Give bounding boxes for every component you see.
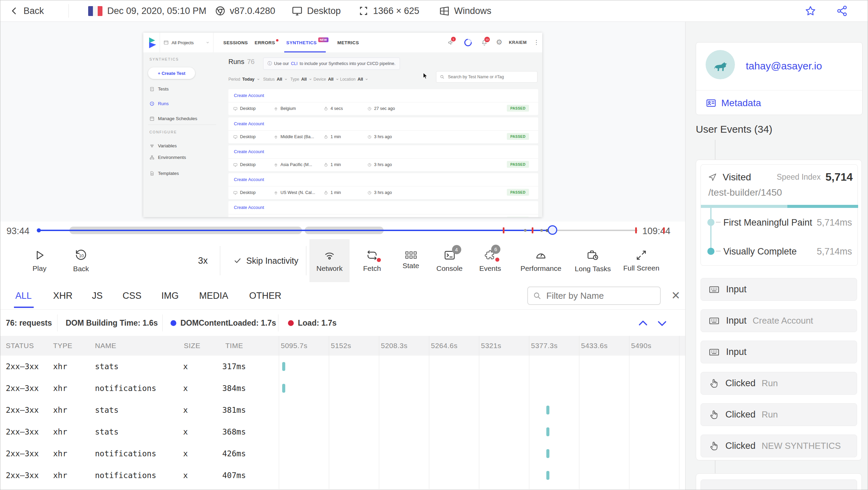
new-badge: NEW bbox=[318, 37, 329, 42]
player-timeline: 93:44 109:44 bbox=[0, 222, 685, 239]
fullscreen-icon bbox=[636, 249, 647, 261]
filter-period: PeriodToday bbox=[228, 74, 260, 84]
favorite-button[interactable] bbox=[804, 0, 817, 21]
org-chart-icon bbox=[149, 155, 155, 160]
gauge-icon bbox=[535, 249, 547, 261]
replay-search-box bbox=[436, 71, 537, 83]
console-icon: 4 bbox=[444, 249, 456, 261]
timeline-track[interactable] bbox=[38, 222, 638, 239]
jump-up-chevron[interactable] bbox=[637, 317, 649, 329]
jump-down-chevron[interactable] bbox=[656, 317, 668, 329]
play-button[interactable]: Play bbox=[24, 239, 55, 282]
event-item-partial[interactable] bbox=[701, 479, 857, 490]
clipboard-icon bbox=[149, 86, 155, 92]
full-screen-button[interactable]: Full Screen bbox=[617, 239, 665, 282]
variables-icon bbox=[149, 143, 155, 148]
windows-icon bbox=[439, 5, 450, 17]
spinner-icon bbox=[463, 37, 473, 48]
event-input[interactable]: Input bbox=[701, 278, 857, 301]
visited-url: /test-builder/1450 bbox=[708, 187, 782, 198]
filter-type: TypeAll bbox=[290, 74, 312, 84]
back-label: Back bbox=[23, 6, 44, 16]
history-clock-icon bbox=[149, 101, 155, 106]
events-alert-dot bbox=[495, 258, 499, 262]
pointer-hand-icon bbox=[708, 378, 719, 389]
waterfall-tick bbox=[282, 384, 285, 393]
cli-banner: ⓘ Use our CLI to include your Synthetics… bbox=[263, 58, 400, 70]
request-row[interactable]: 2xx–3xx xhr stats x 317ms bbox=[0, 356, 685, 377]
topbar-divider bbox=[68, 4, 69, 18]
tab-img[interactable]: IMG bbox=[161, 282, 179, 309]
run-card: Create Account Desktop Middle East (Ba..… bbox=[228, 117, 538, 143]
share-button[interactable] bbox=[836, 0, 848, 21]
calendar-icon bbox=[149, 116, 155, 121]
dcl-dot bbox=[171, 320, 176, 326]
waterfall-tick bbox=[546, 427, 549, 436]
console-count-badge: 4 bbox=[452, 245, 461, 254]
event-input[interactable]: Input bbox=[701, 341, 857, 363]
metadata-button[interactable]: Metadata bbox=[706, 96, 761, 111]
request-row[interactable]: 2xx–3xx xhr notifications x 426ms bbox=[0, 443, 685, 464]
long-tasks-panel-button[interactable]: Long Tasks bbox=[568, 239, 617, 282]
replay-sidebar-tests: Tests bbox=[149, 85, 169, 93]
chevron-down-icon bbox=[206, 40, 210, 45]
replay-sidebar-configure: CONFIGURE bbox=[149, 130, 177, 134]
request-row[interactable]: 2xx–3xx xhr notifications x 384ms bbox=[0, 377, 685, 399]
request-row[interactable]: 2xx–3xx xhr stats x 368ms bbox=[0, 421, 685, 443]
window-icon bbox=[163, 40, 169, 45]
replay-tab-synthetics: SYNTHETICS NEW bbox=[286, 33, 328, 52]
status-badge: PASSED bbox=[507, 217, 529, 217]
performance-panel-button[interactable]: Performance bbox=[514, 239, 568, 282]
replayed-app-screen: All Projects SESSIONS ERRORS SYNTHETICS … bbox=[143, 33, 542, 217]
tab-other[interactable]: OTHER bbox=[249, 282, 282, 309]
run-card: Create Account Desktop US West (N. Cal..… bbox=[228, 173, 538, 199]
keyboard-icon bbox=[708, 284, 720, 295]
france-flag-icon bbox=[88, 6, 102, 16]
visited-event-card[interactable]: Visited Speed Index 5,714 /test-builder/… bbox=[701, 164, 858, 266]
filter-status: StatusAll bbox=[263, 74, 288, 84]
timeline-progress bbox=[38, 230, 552, 231]
tab-all[interactable]: ALL bbox=[15, 282, 32, 309]
kebab-menu-icon: ⋮ bbox=[533, 39, 539, 46]
back-10-button[interactable]: 10 Back bbox=[66, 239, 96, 282]
resolution-info: 1366 × 625 bbox=[358, 0, 419, 21]
request-row[interactable]: 2xx–3xx xhr stats x 381ms bbox=[0, 399, 685, 421]
event-clicked[interactable]: Clicked Run bbox=[701, 403, 857, 426]
request-row[interactable]: 2xx–3xx xhr notifications x 407ms bbox=[0, 464, 685, 486]
speed-toggle[interactable]: 3x bbox=[189, 239, 216, 282]
state-panel-button[interactable]: State bbox=[392, 239, 430, 282]
check-icon bbox=[234, 257, 242, 265]
event-connector bbox=[715, 460, 716, 473]
filter-device: DeviceAll bbox=[314, 74, 339, 84]
replay-tab-metrics: METRICS bbox=[337, 33, 359, 52]
user-events-title: User Events (34) bbox=[696, 124, 772, 135]
waterfall-tick bbox=[282, 362, 285, 371]
fmp-dot bbox=[707, 219, 714, 226]
event-clicked[interactable]: Clicked NEW SYNTHETICS bbox=[701, 435, 857, 457]
event-clicked[interactable]: Clicked Run bbox=[701, 372, 857, 395]
events-count-badge: 6 bbox=[491, 245, 500, 254]
replay-stage: All Projects SESSIONS ERRORS SYNTHETICS … bbox=[0, 21, 685, 222]
timeline-end-time: 109:44 bbox=[642, 226, 671, 236]
replay-sidebar-schedules: Manage Schedules bbox=[149, 115, 197, 122]
fetch-panel-button[interactable]: Fetch bbox=[353, 239, 391, 282]
active-tab-underline bbox=[14, 307, 34, 308]
events-panel-button[interactable]: 6 Events bbox=[470, 239, 510, 282]
error-marker bbox=[663, 227, 665, 233]
tab-js[interactable]: JS bbox=[92, 282, 103, 309]
tab-media[interactable]: MEDIA bbox=[199, 282, 228, 309]
event-input[interactable]: Input Create Account bbox=[701, 309, 857, 332]
tab-xhr[interactable]: XHR bbox=[53, 282, 73, 309]
back-button[interactable]: Back bbox=[10, 0, 44, 21]
console-panel-button[interactable]: 4 Console bbox=[430, 239, 469, 282]
tab-css[interactable]: CSS bbox=[123, 282, 142, 309]
network-panel-button[interactable]: Network bbox=[309, 239, 350, 282]
skip-inactivity-toggle[interactable]: Skip Inactivity bbox=[226, 239, 306, 282]
svg-text:10: 10 bbox=[79, 253, 84, 258]
runs-count: 76 bbox=[247, 58, 255, 66]
filter-input[interactable] bbox=[546, 290, 661, 301]
close-panel-icon[interactable]: × bbox=[672, 288, 680, 303]
visited-header: Visited Speed Index 5,714 bbox=[708, 171, 853, 183]
playhead[interactable] bbox=[548, 225, 557, 235]
dom-building-time: DOM Building Time: 1.6s bbox=[66, 310, 158, 336]
